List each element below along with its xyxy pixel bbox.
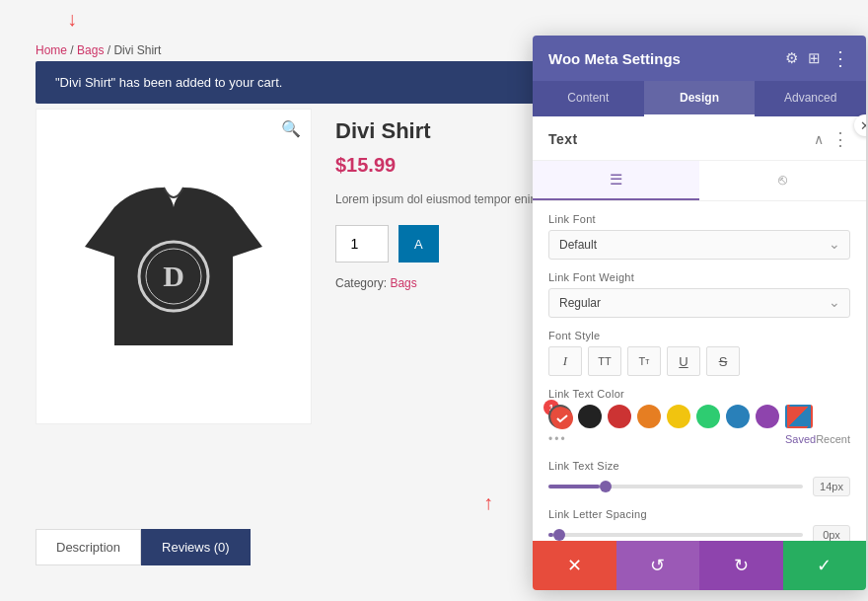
link-letter-spacing-track[interactable]: [548, 533, 803, 537]
tab-advanced[interactable]: Advanced: [755, 81, 866, 116]
inner-tab-align[interactable]: ☰: [533, 161, 699, 200]
link-text-size-label: Link Text Size: [548, 460, 850, 472]
panel-tabs: Content Design Advanced: [533, 81, 866, 116]
color-swatches: 1: [548, 405, 850, 428]
product-image-wrap: 🔍 D: [36, 109, 312, 424]
link-text-color-row: Link Text Color 1: [548, 388, 850, 448]
redo-button[interactable]: ↻: [699, 541, 783, 590]
color-swatch-active[interactable]: [548, 405, 572, 428]
link-text-size-fill: [548, 485, 600, 488]
tab-content[interactable]: Content: [533, 81, 644, 116]
panel-toolbar: ✕ ↺ ↻ ✓: [533, 541, 866, 590]
product-tabs-bar: Description Reviews (0): [36, 529, 251, 565]
color-swatch-custom[interactable]: [785, 405, 813, 428]
color-swatch-green[interactable]: [696, 405, 720, 428]
active-swatch-wrap: 1: [548, 405, 572, 428]
add-to-cart-button[interactable]: A: [398, 225, 439, 263]
color-swatch-orange[interactable]: [637, 405, 661, 428]
reset-button[interactable]: ↺: [616, 541, 700, 590]
woo-meta-settings-panel: Woo Meta Settings ⚙ ⊞ ⋮ Content Design A…: [533, 36, 866, 590]
link-font-style-row: Font Style I TT Tт U S: [548, 330, 850, 376]
panel-header-icons: ⚙ ⊞ ⋮: [785, 48, 850, 68]
zoom-icon[interactable]: 🔍: [281, 119, 301, 138]
link-letter-spacing-row: Link Letter Spacing 0px: [548, 508, 850, 541]
link-text-size-slider-wrap: 14px: [548, 477, 850, 496]
color-swatch-purple[interactable]: [756, 405, 779, 428]
link-text-size-row: Link Text Size 14px: [548, 460, 850, 496]
color-swatch-yellow[interactable]: [667, 405, 690, 428]
breadcrumb-bags[interactable]: Bags: [77, 43, 104, 57]
section-header-text: Text ∧ ⋮: [533, 116, 866, 161]
link-letter-spacing-thumb[interactable]: [553, 529, 565, 541]
cancel-button[interactable]: ✕: [533, 541, 616, 590]
recent-label[interactable]: Recent: [816, 433, 850, 445]
panel-settings-icon[interactable]: ⚙: [785, 49, 798, 67]
link-font-weight-select-wrap: Regular: [548, 288, 850, 318]
inner-tab-link[interactable]: ⎋: [699, 161, 866, 200]
breadcrumb: Home / Bags / Divi Shirt: [36, 43, 161, 57]
section-chevron-icon[interactable]: ∧: [814, 131, 824, 147]
link-letter-spacing-value[interactable]: 0px: [813, 525, 850, 541]
breadcrumb-home[interactable]: Home: [36, 43, 67, 57]
link-text-color-label: Link Text Color: [548, 388, 850, 400]
panel-more-icon[interactable]: ⋮: [831, 48, 850, 68]
color-swatch-red[interactable]: [608, 405, 631, 428]
link-font-weight-select[interactable]: Regular: [548, 288, 850, 318]
tab-reviews[interactable]: Reviews (0): [141, 529, 251, 565]
section-more-icon[interactable]: ⋮: [832, 128, 850, 150]
link-letter-spacing-slider-wrap: 0px: [548, 525, 850, 541]
svg-text:D: D: [163, 260, 184, 292]
form-section: Link Font Default Link Font Weight Regul…: [533, 201, 866, 541]
breadcrumb-current: Divi Shirt: [113, 43, 161, 57]
save-button[interactable]: ✓: [783, 541, 867, 590]
inner-tabs: ☰ ⎋: [533, 161, 866, 201]
arrow-bottom-indicator: ↑: [483, 491, 493, 514]
panel-header: Woo Meta Settings ⚙ ⊞ ⋮: [533, 36, 866, 81]
font-style-strikethrough[interactable]: S: [706, 346, 740, 376]
arrow-top-indicator: ↓: [67, 8, 77, 31]
link-font-select-wrap: Default: [548, 230, 850, 260]
tab-description[interactable]: Description: [36, 529, 141, 565]
color-swatch-black[interactable]: [578, 405, 602, 428]
quantity-input[interactable]: [335, 225, 389, 263]
link-text-size-value[interactable]: 14px: [813, 477, 850, 496]
link-font-label: Link Font: [548, 213, 850, 225]
font-style-uppercase[interactable]: TT: [588, 346, 621, 376]
color-swatch-blue[interactable]: [726, 405, 750, 428]
page-background: ↓ Home / Bags / Divi Shirt "Divi Shirt" …: [0, 0, 868, 601]
saved-label[interactable]: Saved: [785, 433, 816, 445]
font-style-capitalize[interactable]: Tт: [627, 346, 661, 376]
category-link[interactable]: Bags: [390, 276, 416, 290]
product-image: D: [75, 158, 272, 375]
panel-columns-icon[interactable]: ⊞: [808, 49, 821, 67]
link-font-style-label: Font Style: [548, 330, 850, 341]
link-letter-spacing-label: Link Letter Spacing: [548, 508, 850, 520]
section-header-right: ∧ ⋮: [814, 128, 850, 150]
section-title: Text: [548, 131, 578, 147]
link-font-row: Link Font Default: [548, 213, 850, 260]
panel-scroll-area[interactable]: Text ∧ ⋮ ☰ ⎋ Link Font Default: [533, 116, 866, 541]
link-font-weight-label: Link Font Weight: [548, 271, 850, 283]
more-colors-dots[interactable]: •••: [548, 432, 567, 446]
link-text-size-track[interactable]: [548, 485, 803, 488]
link-font-weight-row: Link Font Weight Regular: [548, 271, 850, 318]
font-style-underline[interactable]: U: [667, 346, 700, 376]
font-style-buttons: I TT Tт U S: [548, 346, 850, 376]
link-font-select[interactable]: Default: [548, 230, 850, 260]
tab-design[interactable]: Design: [644, 81, 756, 116]
panel-title: Woo Meta Settings: [548, 50, 681, 67]
font-style-italic[interactable]: I: [548, 346, 582, 376]
link-text-size-thumb[interactable]: [600, 481, 612, 492]
